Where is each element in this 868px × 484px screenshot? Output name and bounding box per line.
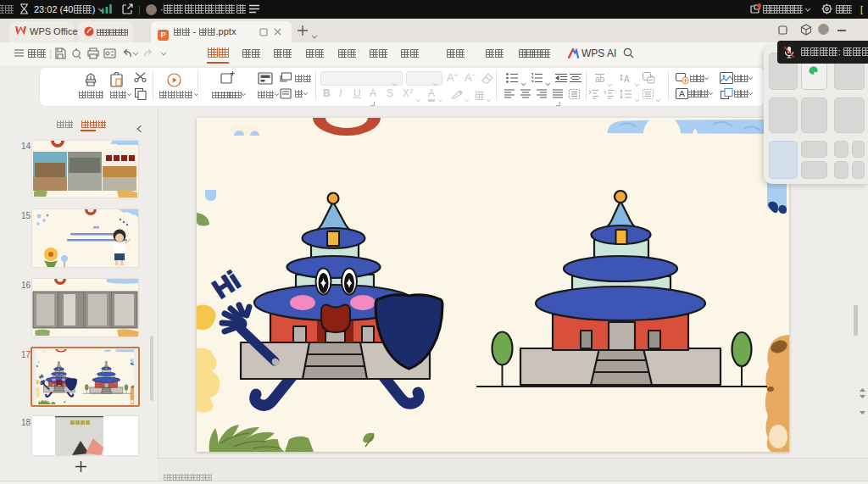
svg-text:ab: ab	[595, 75, 605, 84]
svg-text:A: A	[624, 75, 630, 84]
